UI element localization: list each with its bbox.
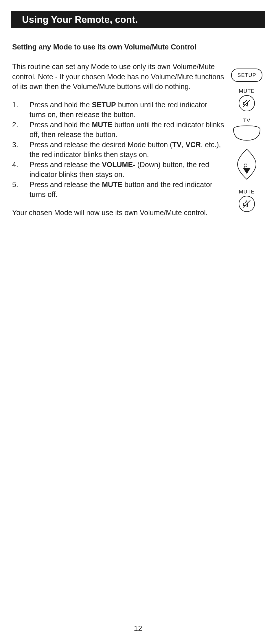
intro-paragraph: This routine can set any Mode to use onl… [12,62,225,92]
setup-button-icon: SETUP [231,69,262,82]
step-2: Press and hold the MUTE button until the… [12,120,225,140]
button-illustration-column: SETUP MUTE T [230,62,264,217]
steps-list: Press and hold the SETUP button until th… [12,100,225,200]
mute-button-icon: MUTE [239,189,255,212]
step-3: Press and release the desired Mode butto… [12,140,225,160]
vol-down-button-icon: VOL [237,148,257,180]
mute-speaker-icon [242,199,252,209]
svg-text:VOL: VOL [243,161,248,170]
page-title-bar: Using Your Remote, cont. [11,11,265,28]
mute-speaker-icon [242,98,252,108]
page-number: 12 [0,624,276,633]
step-4: Press and release the VOLUME- (Down) but… [12,160,225,180]
step-5: Press and release the MUTE button and th… [12,180,225,200]
outro-paragraph: Your chosen Mode will now use its own Vo… [12,208,225,218]
page-title: Using Your Remote, cont. [22,14,138,25]
tv-button-icon: TV [232,118,261,141]
step-1: Press and hold the SETUP button until th… [12,100,225,120]
section-heading: Setting any Mode to use its own Volume/M… [12,43,264,51]
mute-button-icon: MUTE [239,88,255,111]
